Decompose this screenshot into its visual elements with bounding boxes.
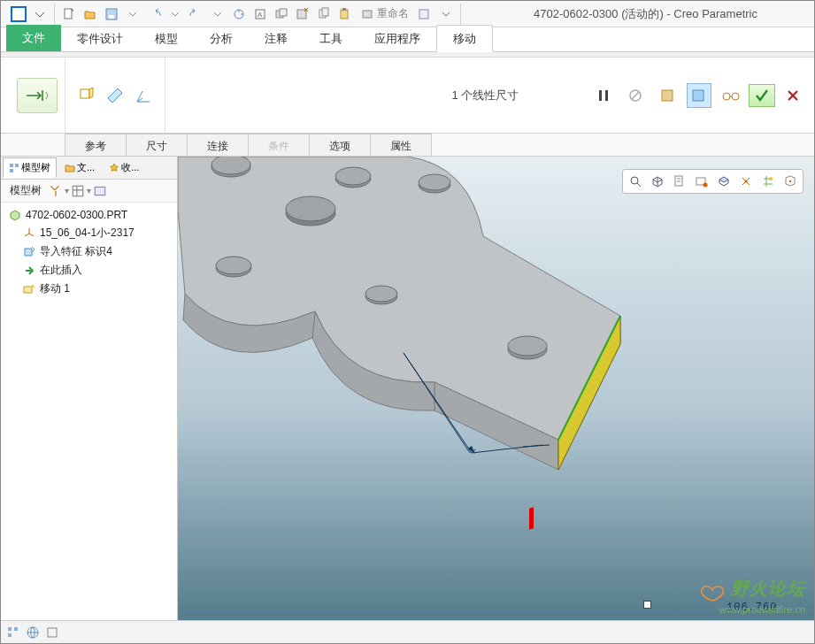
copy-icon[interactable]	[314, 4, 334, 24]
save-dropdown-icon[interactable]	[123, 4, 142, 24]
rename-button[interactable]: 重命名	[357, 4, 413, 24]
datum-display-icon[interactable]	[735, 172, 757, 191]
subtab-dimension[interactable]: 尺寸	[126, 134, 188, 156]
svg-rect-0	[65, 9, 72, 19]
svg-rect-20	[693, 90, 704, 101]
svg-point-43	[508, 336, 547, 356]
no-icon[interactable]	[623, 83, 648, 108]
subtab-bar: 参考 尺寸 连接 条件 选项 属性	[1, 134, 814, 157]
close-window-icon[interactable]	[293, 4, 312, 24]
subtab-properties[interactable]: 属性	[370, 134, 432, 156]
regenerate-icon[interactable]	[229, 4, 249, 24]
display-style-icon[interactable]	[713, 172, 734, 191]
dimension-value[interactable]: 106.760	[727, 602, 777, 614]
svg-rect-53	[8, 627, 12, 631]
rename-dropdown-icon[interactable]	[415, 4, 434, 24]
viewport[interactable]: 106.760 野火论坛 www.proewildfire.cn	[178, 157, 814, 625]
status-window-icon[interactable]	[45, 625, 59, 640]
confirm-button[interactable]	[749, 84, 775, 107]
svg-rect-17	[605, 90, 608, 101]
tab-apps[interactable]: 应用程序	[358, 26, 436, 51]
cancel-button[interactable]	[780, 83, 805, 108]
tab-file[interactable]: 文件	[6, 25, 61, 51]
annotation-display-icon[interactable]	[757, 172, 779, 191]
windows-icon[interactable]	[272, 4, 291, 24]
annotation-icon[interactable]: A	[250, 4, 270, 24]
tree-more-icon[interactable]	[93, 184, 107, 198]
status-world-icon[interactable]	[26, 625, 40, 640]
svg-rect-19	[662, 90, 673, 101]
status-selection-icon[interactable]	[6, 625, 20, 640]
svg-point-35	[419, 174, 450, 190]
tab-analysis[interactable]: 分析	[194, 26, 249, 51]
svg-point-46	[631, 177, 638, 184]
dropdown-icon[interactable]	[30, 4, 50, 24]
plane-icon[interactable]	[103, 83, 127, 108]
preview-icon[interactable]	[687, 83, 711, 108]
pause-icon[interactable]	[591, 83, 616, 108]
csys-icon[interactable]	[131, 83, 156, 108]
svg-rect-54	[14, 627, 18, 631]
tree-item[interactable]: 导入特征 标识4	[3, 242, 175, 261]
tree-item[interactable]: 15_06_04-1小-2317	[3, 224, 175, 242]
window-title: 4702-0602-0300 (活动的) - Creo Parametric	[534, 6, 811, 22]
new-icon[interactable]	[59, 4, 79, 24]
side-tab-folder[interactable]: 文...	[58, 157, 101, 178]
tab-tools[interactable]: 工具	[304, 26, 358, 51]
model-render	[178, 157, 814, 625]
svg-rect-25	[10, 169, 13, 172]
saved-views-icon[interactable]	[669, 172, 690, 191]
redo-icon[interactable]	[187, 4, 206, 24]
part-icon	[8, 208, 22, 222]
svg-point-37	[286, 196, 335, 221]
subtab-condition: 条件	[248, 134, 310, 156]
open-icon[interactable]	[81, 4, 100, 24]
feature-icon[interactable]	[655, 83, 680, 108]
tree-tools-icon[interactable]	[49, 184, 63, 198]
view-toolbar	[622, 169, 803, 194]
svg-point-49	[704, 183, 708, 188]
glasses-icon[interactable]	[719, 83, 743, 108]
move-feature-button[interactable]	[17, 78, 58, 113]
qat-customize-icon[interactable]	[436, 4, 456, 24]
svg-rect-12	[342, 8, 346, 11]
zoom-fit-icon[interactable]	[625, 172, 646, 191]
redo-dropdown-icon[interactable]	[208, 4, 227, 24]
tree-item[interactable]: 在此插入	[3, 261, 175, 280]
tree-root[interactable]: 4702-0602-0300.PRT	[3, 206, 175, 224]
tab-move[interactable]: 移动	[436, 25, 493, 52]
save-icon[interactable]	[102, 4, 121, 24]
undo-icon[interactable]	[144, 4, 164, 24]
svg-point-39	[216, 257, 251, 274]
tree-settings-icon[interactable]	[71, 184, 85, 198]
side-tab-favorites[interactable]: 收...	[103, 157, 145, 178]
svg-rect-57	[48, 628, 57, 637]
svg-rect-15	[81, 89, 89, 98]
undo-dropdown-icon[interactable]	[165, 4, 185, 24]
tree-item[interactable]: 移动 1	[3, 280, 175, 298]
tab-part-design[interactable]: 零件设计	[61, 26, 139, 51]
model-tree[interactable]: 4702-0602-0300.PRT 15_06_04-1小-2317 导入特征…	[1, 203, 177, 625]
view-cube-icon[interactable]	[647, 172, 668, 191]
svg-point-22	[732, 93, 739, 100]
direction-icon[interactable]	[74, 83, 99, 108]
tab-annotation[interactable]: 注释	[249, 26, 304, 51]
refit-icon[interactable]	[780, 172, 801, 191]
svg-rect-10	[322, 8, 328, 16]
svg-rect-26	[73, 186, 82, 196]
view-manager-icon[interactable]	[691, 172, 712, 191]
subtab-options[interactable]: 选项	[309, 134, 371, 156]
ribbon-status-text: 1 个线性尺寸	[452, 88, 519, 102]
insert-here-icon	[22, 264, 36, 278]
side-tab-model-tree[interactable]: 模型树	[3, 157, 57, 178]
svg-rect-24	[15, 164, 19, 167]
paste-icon[interactable]	[335, 4, 355, 24]
drag-handle[interactable]	[643, 601, 651, 609]
subtab-reference[interactable]: 参考	[65, 134, 127, 156]
subtab-connect[interactable]: 连接	[187, 134, 249, 156]
svg-rect-13	[363, 11, 372, 18]
svg-rect-14	[419, 10, 428, 19]
tab-model[interactable]: 模型	[139, 26, 194, 51]
app-menu-icon[interactable]	[9, 4, 28, 24]
svg-point-51	[769, 177, 773, 180]
